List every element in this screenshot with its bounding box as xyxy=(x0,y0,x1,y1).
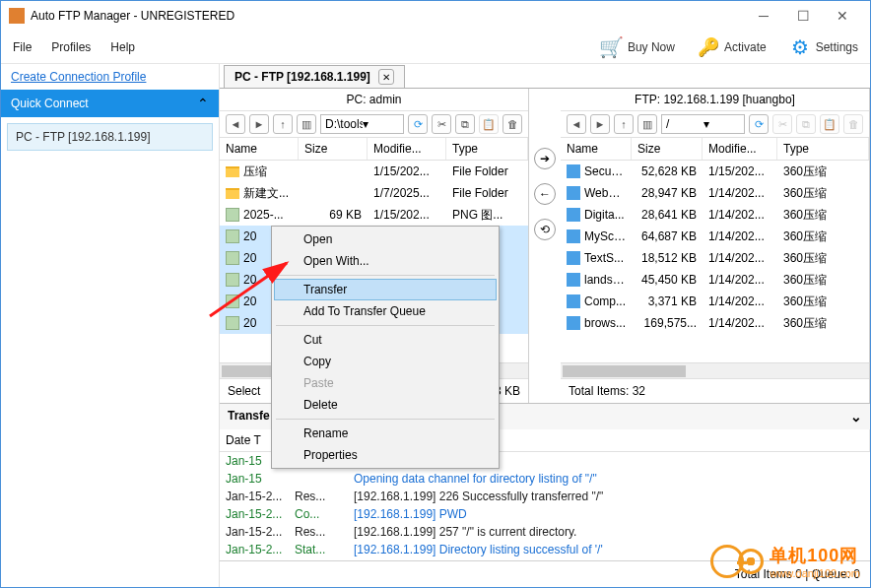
log-row[interactable]: Jan-15-2...Stat...[192.168.1.199] Direct… xyxy=(220,541,870,558)
file-row[interactable]: TextS... 18,512 KB 1/14/202... 360压缩 xyxy=(561,247,869,269)
quick-connect-label: Quick Connect xyxy=(11,97,89,110)
image-icon xyxy=(567,294,580,308)
up-button[interactable]: ↑ xyxy=(614,114,634,134)
col-type[interactable]: Type xyxy=(777,138,869,160)
transfer-right-button[interactable]: ➔ xyxy=(534,148,556,169)
file-row[interactable]: Digita... 28,641 KB 1/14/202... 360压缩 xyxy=(561,204,869,226)
log-row[interactable]: Jan-15-2...Res...[192.168.1.199] 226 Suc… xyxy=(220,488,870,505)
context-separator xyxy=(276,275,495,276)
context-menu: OpenOpen With...TransferAdd To Transfer … xyxy=(271,226,500,469)
image-icon xyxy=(567,186,580,200)
menu-help[interactable]: Help xyxy=(110,40,135,54)
activate-button[interactable]: 🔑Activate xyxy=(697,35,767,59)
file-row[interactable]: brows... 169,575... 1/14/202... 360压缩 xyxy=(561,312,869,334)
footer: Total Items 0 | Queue: 0 xyxy=(220,560,870,587)
context-item-rename[interactable]: Rename xyxy=(274,423,497,444)
refresh-button[interactable]: ⟳ xyxy=(408,114,428,134)
delete-button[interactable]: 🗑 xyxy=(843,114,863,134)
delete-button[interactable]: 🗑 xyxy=(502,114,522,134)
col-name[interactable]: Name xyxy=(561,138,632,160)
minimize-button[interactable]: ─ xyxy=(744,2,783,30)
log-row[interactable]: Jan-15Opening data channel for directory… xyxy=(220,470,870,488)
col-size[interactable]: Size xyxy=(299,138,368,160)
path-input[interactable]: /▾ xyxy=(661,114,745,134)
file-row[interactable]: landsf... 45,450 KB 1/14/202... 360压缩 xyxy=(561,269,869,291)
cut-button[interactable]: ✂ xyxy=(432,114,451,134)
png-icon xyxy=(226,251,239,265)
settings-button[interactable]: ⚙Settings xyxy=(788,35,858,59)
titlebar: Auto FTP Manager - UNREGISTERED ─ ☐ ✕ xyxy=(1,1,870,31)
buy-now-button[interactable]: 🛒Buy Now xyxy=(600,35,675,59)
png-icon xyxy=(226,273,239,287)
context-item-copy[interactable]: Copy xyxy=(274,351,497,372)
view-button[interactable]: ▥ xyxy=(637,114,657,134)
footer-text: Total Items 0 | Queue: 0 xyxy=(735,567,860,581)
folder-icon xyxy=(226,166,239,177)
image-icon xyxy=(567,316,580,330)
pane-local-toolbar: ◄ ► ↑ ▥ D:\tools\s ▾▾ ⟳ ✂ ⧉ 📋 🗑 xyxy=(220,111,528,138)
sidebar: Create Connection Profile Quick Connect … xyxy=(1,64,220,587)
context-item-add-to-transfer-queue[interactable]: Add To Transfer Queue xyxy=(274,300,497,322)
context-item-properties[interactable]: Properties xyxy=(274,444,497,466)
sync-button[interactable]: ⟲ xyxy=(534,219,556,240)
file-row[interactable]: 2025-... 69 KB 1/15/202... PNG 图... xyxy=(220,204,528,226)
file-row[interactable]: Comp... 3,371 KB 1/14/202... 360压缩 xyxy=(561,291,869,312)
col-modified[interactable]: Modifie... xyxy=(368,138,446,160)
png-icon xyxy=(226,208,239,222)
copy-button[interactable]: ⧉ xyxy=(796,114,816,134)
up-button[interactable]: ↑ xyxy=(273,114,293,134)
file-row[interactable]: 新建文... 1/7/2025... File Folder xyxy=(220,182,528,204)
cut-button[interactable]: ✂ xyxy=(772,114,792,134)
back-button[interactable]: ◄ xyxy=(567,114,586,134)
transfer-left-button[interactable]: ← xyxy=(534,183,556,205)
col-type[interactable]: Type xyxy=(446,138,528,160)
copy-button[interactable]: ⧉ xyxy=(455,114,475,134)
view-button[interactable]: ▥ xyxy=(297,114,316,134)
context-item-open[interactable]: Open xyxy=(274,229,497,250)
context-item-open-with-[interactable]: Open With... xyxy=(274,250,497,272)
forward-button[interactable]: ► xyxy=(590,114,610,134)
filelist-remote[interactable]: Securi... 52,628 KB 1/15/202... 360压缩 We… xyxy=(561,161,869,362)
chevron-up-icon: ⌃ xyxy=(197,96,209,111)
context-item-delete[interactable]: Delete xyxy=(274,394,497,416)
tab-label: PC - FTP [192.168.1.199] xyxy=(234,70,370,84)
context-item-transfer[interactable]: Transfer xyxy=(274,279,497,300)
refresh-button[interactable]: ⟳ xyxy=(749,114,769,134)
pane-remote-toolbar: ◄ ► ↑ ▥ /▾ ⟳ ✂ ⧉ 📋 🗑 xyxy=(561,111,869,138)
gear-icon: ⚙ xyxy=(788,35,812,59)
file-row[interactable]: Securi... 52,628 KB 1/15/202... 360压缩 xyxy=(561,161,869,182)
log-row[interactable]: Jan-15-2...Res...[192.168.1.199] 257 "/"… xyxy=(220,523,870,541)
quick-connect-header[interactable]: Quick Connect ⌃ xyxy=(1,90,219,117)
path-input[interactable]: D:\tools\s ▾▾ xyxy=(320,114,404,134)
menu-profiles[interactable]: Profiles xyxy=(51,40,91,54)
menu-file[interactable]: File xyxy=(13,40,32,54)
paste-button[interactable]: 📋 xyxy=(820,114,839,134)
forward-button[interactable]: ► xyxy=(249,114,269,134)
context-item-paste: Paste xyxy=(274,372,497,394)
pane-local-title: PC: admin xyxy=(220,89,528,111)
image-icon xyxy=(567,208,580,222)
png-icon xyxy=(226,229,239,243)
context-separator xyxy=(276,419,495,420)
context-item-cut[interactable]: Cut xyxy=(274,329,497,351)
key-icon: 🔑 xyxy=(697,35,720,59)
png-icon xyxy=(226,294,239,308)
close-button[interactable]: ✕ xyxy=(823,2,862,30)
scrollbar-h-remote[interactable] xyxy=(561,362,869,378)
maximize-button[interactable]: ☐ xyxy=(783,2,823,30)
col-size[interactable]: Size xyxy=(632,138,703,160)
file-row[interactable]: 压缩 1/15/202... File Folder xyxy=(220,161,528,182)
file-row[interactable]: MyScr... 64,687 KB 1/14/202... 360压缩 xyxy=(561,226,869,247)
paste-button[interactable]: 📋 xyxy=(479,114,499,134)
sidebar-profile[interactable]: PC - FTP [192.168.1.199] xyxy=(7,123,213,151)
middle-buttons: ➔ ← ⟲ xyxy=(529,89,561,403)
transfer-label: Transfe xyxy=(228,409,270,425)
tab-close-icon[interactable]: ✕ xyxy=(378,69,394,85)
file-row[interactable]: WebC... 28,947 KB 1/14/202... 360压缩 xyxy=(561,182,869,204)
col-modified[interactable]: Modifie... xyxy=(703,138,777,160)
back-button[interactable]: ◄ xyxy=(226,114,245,134)
col-name[interactable]: Name xyxy=(220,138,299,160)
create-profile-link[interactable]: Create Connection Profile xyxy=(1,64,219,90)
tab-active[interactable]: PC - FTP [192.168.1.199] ✕ xyxy=(224,65,405,88)
log-row[interactable]: Jan-15-2...Co...[192.168.1.199] PWD xyxy=(220,505,870,523)
